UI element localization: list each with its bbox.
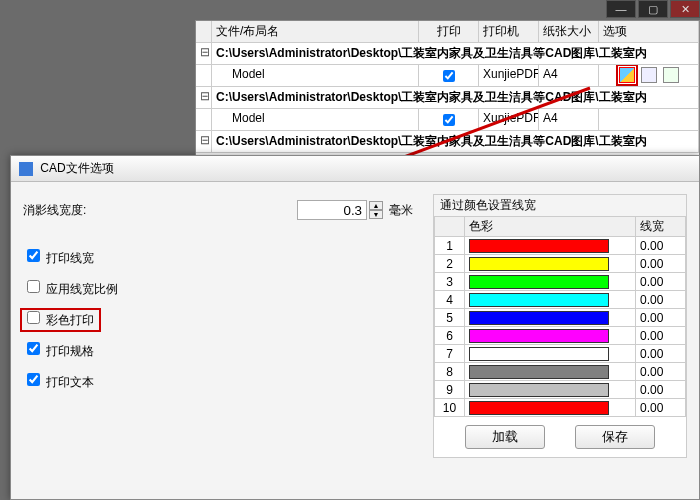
color-row[interactable]: 9 0.00: [435, 381, 686, 399]
color-row[interactable]: 2 0.00: [435, 255, 686, 273]
col-printer[interactable]: 打印机: [479, 21, 539, 42]
color-swatch: [469, 257, 609, 271]
color-row[interactable]: 5 0.00: [435, 309, 686, 327]
col-linewidth[interactable]: 线宽: [636, 217, 686, 237]
doc-icon[interactable]: [641, 67, 657, 83]
load-button[interactable]: 加载: [465, 425, 545, 449]
hide-line-label: 消影线宽度:: [23, 202, 153, 219]
color-row[interactable]: 3 0.00: [435, 273, 686, 291]
add-icon[interactable]: [663, 67, 679, 83]
table-row[interactable]: ⊟C:\Users\Administrator\Desktop\工装室内家具及卫…: [196, 131, 699, 153]
col-paper[interactable]: 纸张大小: [539, 21, 599, 42]
col-name[interactable]: 文件/布局名: [212, 21, 419, 42]
dialog-title-bar[interactable]: CAD文件选项: [11, 156, 699, 182]
color-row[interactable]: 8 0.00: [435, 363, 686, 381]
table-row[interactable]: ⊟C:\Users\Administrator\Desktop\工装室内家具及卫…: [196, 87, 699, 109]
color-row[interactable]: 6 0.00: [435, 327, 686, 345]
color-swatch: [469, 383, 609, 397]
color-linewidth-group: 通过颜色设置线宽: [434, 195, 686, 216]
minimize-button[interactable]: —: [606, 0, 636, 18]
close-button[interactable]: ✕: [670, 0, 700, 18]
maximize-button[interactable]: ▢: [638, 0, 668, 18]
hide-line-spinner[interactable]: ▲▼: [369, 201, 383, 219]
color-swatch: [469, 311, 609, 325]
check-print-spec[interactable]: 打印规格: [23, 344, 94, 358]
color-swatch: [469, 329, 609, 343]
check-print-linewidth[interactable]: 打印线宽: [23, 251, 94, 265]
color-swatch: [469, 239, 609, 253]
col-color[interactable]: 色彩: [465, 217, 636, 237]
print-checkbox[interactable]: [443, 114, 455, 126]
color-swatch: [469, 347, 609, 361]
cad-options-dialog: CAD文件选项 消影线宽度: ▲▼ 毫米 打印线宽 应用线宽比例 彩色打印 打印…: [10, 155, 700, 500]
app-icon: [19, 162, 33, 176]
layout-grid: 文件/布局名 打印 打印机 纸张大小 选项 ⊟C:\Users\Administ…: [195, 20, 700, 160]
color-swatch: [469, 401, 609, 415]
color-row[interactable]: 1 0.00: [435, 237, 686, 255]
table-row[interactable]: Model XunjiePDF A4: [196, 109, 699, 131]
color-swatch: [469, 293, 609, 307]
color-row[interactable]: 4 0.00: [435, 291, 686, 309]
check-print-text[interactable]: 打印文本: [23, 375, 94, 389]
dialog-title: CAD文件选项: [40, 161, 113, 175]
options-icon[interactable]: [619, 67, 635, 83]
col-print[interactable]: 打印: [419, 21, 479, 42]
print-checkbox[interactable]: [443, 70, 455, 82]
color-row[interactable]: 7 0.00: [435, 345, 686, 363]
table-row[interactable]: Model XunjiePDF A4: [196, 65, 699, 87]
color-row[interactable]: 10 0.00: [435, 399, 686, 417]
check-color-print[interactable]: 彩色打印: [23, 311, 98, 329]
unit-label: 毫米: [389, 202, 413, 219]
save-button[interactable]: 保存: [575, 425, 655, 449]
color-linewidth-table: 色彩 线宽 1 0.002 0.003 0.004 0.005 0.006 0.…: [434, 216, 686, 417]
table-row[interactable]: ⊟C:\Users\Administrator\Desktop\工装室内家具及卫…: [196, 43, 699, 65]
hide-line-input[interactable]: [297, 200, 367, 220]
color-swatch: [469, 275, 609, 289]
color-swatch: [469, 365, 609, 379]
check-apply-linewidth-ratio[interactable]: 应用线宽比例: [23, 282, 118, 296]
col-options[interactable]: 选项: [599, 21, 699, 42]
